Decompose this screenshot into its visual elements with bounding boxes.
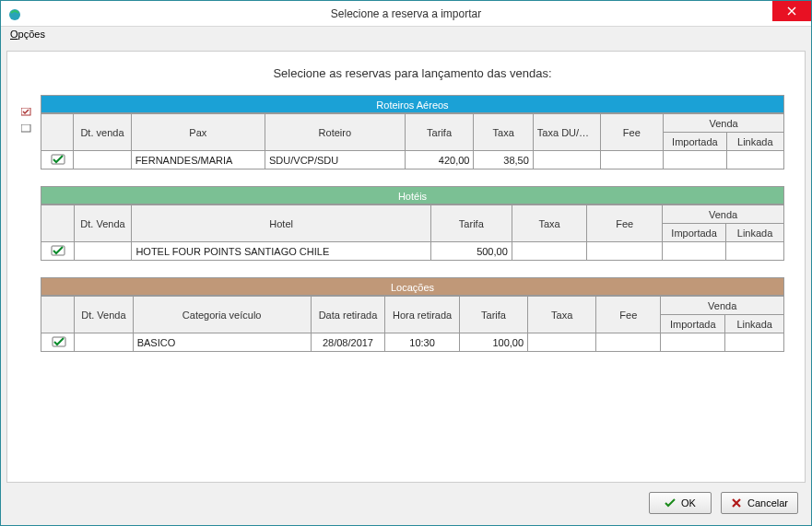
cell-roteiro: SDU/VCP/SDU (265, 151, 406, 169)
cancel-label: Cancelar (747, 497, 788, 508)
menubar: Opções (1, 27, 811, 45)
col-tarifa: Tarifa (405, 114, 474, 151)
air-table: Dt. venda Pax Roteiro Tarifa Taxa Taxa D… (41, 113, 784, 169)
dialog-window: Selecione a reserva a importar Opções (0, 0, 812, 526)
checkmark-icon (51, 245, 64, 256)
side-toolbar (20, 107, 37, 136)
col-linkada: Linkada (726, 224, 784, 242)
check-icon (665, 497, 676, 508)
cell-fee (587, 242, 663, 261)
cell-importada (661, 333, 725, 352)
instruction-text: Selecione as reservas para lançamento da… (41, 66, 784, 80)
row-check[interactable] (41, 333, 75, 352)
cell-tarifa: 500,00 (430, 242, 512, 261)
row-check[interactable] (41, 151, 74, 169)
col-linkada: Linkada (726, 133, 783, 151)
window-title: Selecione a reserva a importar (1, 7, 811, 20)
cell-fee (596, 333, 661, 352)
col-venda: Venda (661, 297, 784, 315)
col-fee: Fee (587, 205, 663, 242)
col-tarifa: Tarifa (430, 205, 512, 242)
col-taxa: Taxa (512, 205, 587, 242)
row-check[interactable] (41, 242, 75, 261)
svg-rect-2 (21, 124, 30, 132)
app-icon (6, 6, 23, 22)
cancel-button[interactable]: Cancelar (721, 492, 798, 514)
col-taxa: Taxa (474, 114, 533, 151)
col-check (41, 205, 75, 242)
table-row[interactable]: BASICO 28/08/2017 10:30 100,00 (41, 333, 784, 352)
menu-options[interactable]: Opções (6, 27, 49, 41)
content-area: Selecione as reservas para lançamento da… (6, 51, 806, 483)
cell-linkada (725, 333, 784, 352)
ok-button[interactable]: OK (649, 492, 712, 514)
col-importada: Importada (661, 315, 725, 333)
cell-importada (664, 151, 727, 169)
cell-tarifa: 420,00 (405, 151, 474, 169)
x-icon (731, 497, 742, 508)
cell-taxa: 38,50 (474, 151, 533, 169)
col-check (41, 114, 74, 151)
col-roteiro: Roteiro (265, 114, 406, 151)
cell-importada (663, 242, 726, 261)
hotel-table: Dt. Venda Hotel Tarifa Taxa Fee Venda Im… (41, 205, 784, 261)
cell-dt-venda (75, 333, 134, 352)
section-header-air: Roteiros Aéreos (41, 95, 784, 113)
col-tarifa: Tarifa (459, 297, 527, 333)
cell-dt-venda (74, 151, 131, 169)
deselect-all-icon[interactable] (20, 123, 35, 136)
cell-linkada (726, 242, 784, 261)
col-taxa-durav: Taxa DU/RAV (533, 114, 600, 151)
col-venda: Venda (664, 114, 784, 133)
col-fee: Fee (600, 114, 664, 151)
col-dt-venda: Dt. Venda (74, 205, 132, 242)
cell-linkada (726, 151, 783, 169)
loc-table: Dt. Venda Categoria veículo Data retirad… (41, 296, 784, 352)
select-all-icon[interactable] (20, 107, 35, 120)
section-header-hotel: Hotéis (41, 186, 784, 205)
col-linkada: Linkada (725, 315, 784, 333)
cell-categoria: BASICO (133, 333, 311, 352)
footer: OK Cancelar (1, 488, 811, 525)
cell-hora-ret: 10:30 (385, 333, 460, 352)
close-button[interactable] (772, 1, 811, 21)
col-importada: Importada (664, 133, 727, 151)
col-importada: Importada (663, 224, 726, 242)
col-hotel: Hotel (132, 205, 430, 242)
col-data-ret: Data retirada (311, 297, 385, 333)
col-check (41, 297, 75, 333)
col-categoria: Categoria veículo (133, 297, 311, 333)
table-row[interactable]: FERNANDES/MARIA SDU/VCP/SDU 420,00 38,50 (41, 151, 784, 169)
cell-pax: FERNANDES/MARIA (131, 151, 265, 169)
close-icon (787, 5, 796, 18)
cell-taxa-durav (533, 151, 600, 169)
cell-dt-venda (74, 242, 132, 261)
col-fee: Fee (596, 297, 661, 333)
col-dt-venda: Dt. Venda (75, 297, 134, 333)
cell-data-ret: 28/08/2017 (311, 333, 385, 352)
ok-label: OK (681, 497, 696, 508)
col-dt-venda: Dt. venda (74, 114, 131, 151)
checkmark-icon (52, 336, 65, 347)
cell-tarifa: 100,00 (459, 333, 527, 352)
cell-taxa (512, 242, 587, 261)
cell-fee (600, 151, 664, 169)
col-venda: Venda (663, 205, 784, 224)
cell-hotel: HOTEL FOUR POINTS SANTIAGO CHILE (132, 242, 430, 261)
section-header-loc: Locações (41, 277, 784, 296)
table-row[interactable]: HOTEL FOUR POINTS SANTIAGO CHILE 500,00 (41, 242, 784, 261)
titlebar: Selecione a reserva a importar (1, 1, 811, 27)
col-taxa: Taxa (528, 297, 596, 333)
cell-taxa (528, 333, 596, 352)
col-hora-ret: Hora retirada (385, 297, 460, 333)
col-pax: Pax (131, 114, 265, 151)
checkmark-icon (51, 154, 64, 165)
